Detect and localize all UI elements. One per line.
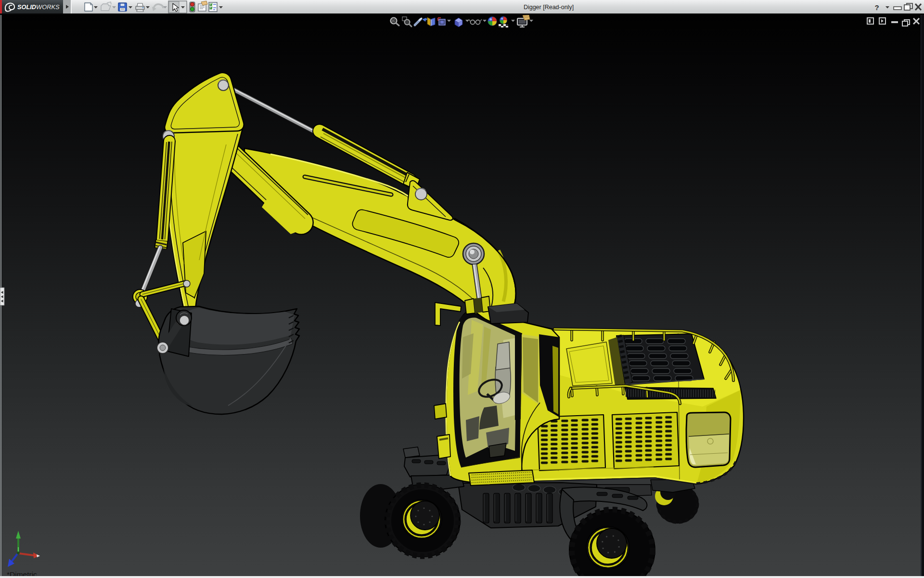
svg-text:Digger [Read-only]: Digger [Read-only] — [524, 4, 574, 11]
svg-text:?: ? — [874, 3, 879, 12]
svg-text:SOLIDWORKS: SOLIDWORKS — [17, 3, 60, 11]
